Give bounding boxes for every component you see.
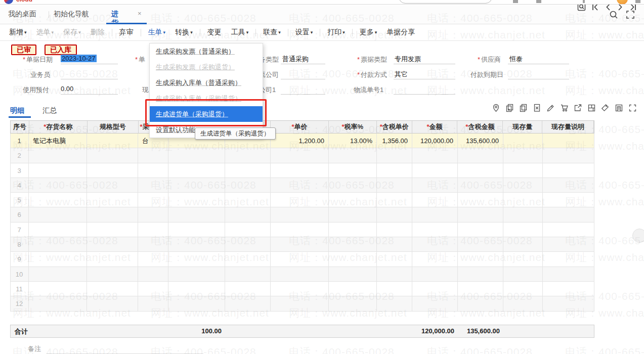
table-cell[interactable]: [29, 148, 87, 162]
table-cell[interactable]: [29, 178, 87, 192]
tag-icon[interactable]: [601, 104, 610, 114]
table-cell[interactable]: [377, 252, 412, 266]
export-icon[interactable]: [574, 104, 582, 114]
table-cell[interactable]: [458, 223, 503, 237]
menu-item-gen-instock-normal[interactable]: 生成采购入库单（普通采购）: [150, 75, 263, 91]
table-cell[interactable]: [87, 207, 138, 222]
table-cell[interactable]: [412, 193, 458, 207]
table-cell[interactable]: [412, 178, 458, 192]
table-cell[interactable]: [458, 267, 503, 281]
table-cell[interactable]: [412, 252, 458, 266]
table-cell[interactable]: 135,600.00: [458, 134, 503, 148]
table-cell[interactable]: [168, 267, 225, 281]
table-cell[interactable]: [138, 282, 168, 296]
table-cell[interactable]: [377, 178, 412, 192]
table-cell[interactable]: [329, 237, 377, 251]
header-icon[interactable]: [635, 0, 640, 3]
table-cell[interactable]: [503, 148, 543, 162]
table-cell[interactable]: [168, 223, 225, 237]
table-cell[interactable]: [29, 207, 87, 222]
tab-init-nav[interactable]: 初始化导航: [54, 10, 89, 19]
table-cell[interactable]: [412, 237, 458, 251]
table-cell[interactable]: [271, 282, 329, 296]
table-cell[interactable]: [29, 237, 87, 251]
toolbar-button-5[interactable]: 生单▾: [148, 28, 166, 37]
table-cell[interactable]: [458, 237, 503, 251]
table-cell[interactable]: [138, 223, 168, 237]
header-icon[interactable]: [583, 0, 585, 3]
table-cell[interactable]: [29, 163, 87, 178]
toolbar-button-8[interactable]: 工具▾: [231, 28, 249, 37]
tab-my-desktop[interactable]: 我的桌面: [8, 10, 36, 19]
table-cell[interactable]: [329, 193, 377, 207]
table-cell[interactable]: [543, 223, 594, 237]
table-cell[interactable]: 1,356.00: [377, 134, 412, 148]
table-cell[interactable]: 13.00%: [329, 134, 377, 148]
table-cell[interactable]: [168, 296, 225, 311]
table-cell[interactable]: [168, 193, 225, 207]
table-cell[interactable]: [412, 282, 458, 296]
table-cell[interactable]: [225, 296, 271, 311]
tab-detail[interactable]: 明细: [10, 106, 24, 115]
table-cell[interactable]: [271, 267, 329, 281]
table-cell[interactable]: [503, 207, 543, 222]
table-cell[interactable]: [225, 193, 271, 207]
table-cell[interactable]: [138, 207, 168, 222]
table-cell[interactable]: [29, 193, 87, 207]
table-cell[interactable]: [225, 223, 271, 237]
table-cell[interactable]: [87, 296, 138, 311]
invoice-type-field[interactable]: 专用发票: [395, 55, 421, 64]
table-cell[interactable]: [543, 178, 594, 192]
table-cell[interactable]: [377, 237, 412, 251]
table-cell[interactable]: [87, 148, 138, 162]
table-cell[interactable]: [225, 267, 271, 281]
table-cell[interactable]: [329, 296, 377, 311]
table-cell[interactable]: [225, 148, 271, 162]
toolbar-button-9[interactable]: 联查▾: [263, 28, 281, 37]
table-cell[interactable]: [138, 296, 168, 311]
table-cell[interactable]: [503, 178, 543, 192]
table-cell[interactable]: [138, 237, 168, 251]
table-cell[interactable]: [271, 163, 329, 178]
toolbar-button-13[interactable]: 单据分享: [387, 28, 415, 37]
bill-date-field[interactable]: 2023-10-27: [61, 55, 97, 62]
table-cell[interactable]: [543, 193, 594, 207]
table-cell[interactable]: [271, 296, 329, 311]
fullscreen-icon[interactable]: [628, 104, 637, 114]
table-cell[interactable]: [543, 134, 594, 148]
table-cell[interactable]: 笔记本电脑: [29, 134, 87, 148]
table-cell[interactable]: [458, 282, 503, 296]
table-cell[interactable]: [168, 178, 225, 192]
toolbar-button-10[interactable]: 设置▾: [295, 28, 313, 37]
copy-icon[interactable]: [519, 104, 528, 114]
table-cell[interactable]: [503, 163, 543, 178]
table-cell[interactable]: [377, 193, 412, 207]
table-cell[interactable]: [29, 296, 87, 311]
table-cell[interactable]: [503, 237, 543, 251]
table-cell[interactable]: [503, 252, 543, 266]
table-cell[interactable]: [377, 163, 412, 178]
toolbar-button-0[interactable]: 新增▾: [9, 28, 27, 37]
pay-method-field[interactable]: 其它: [395, 70, 408, 79]
table-cell[interactable]: [458, 252, 503, 266]
table-cell[interactable]: [543, 207, 594, 222]
table-cell[interactable]: [271, 223, 329, 237]
table-cell[interactable]: [458, 296, 503, 311]
edit-pen-icon[interactable]: [546, 104, 555, 114]
table-cell[interactable]: [271, 237, 329, 251]
table-cell[interactable]: [503, 267, 543, 281]
table-cell[interactable]: [458, 193, 503, 207]
table-cell[interactable]: [377, 207, 412, 222]
floating-helper-button[interactable]: [632, 229, 644, 243]
table-cell[interactable]: [329, 267, 377, 281]
table-cell[interactable]: 1,200.00: [271, 134, 329, 148]
table-cell[interactable]: [377, 223, 412, 237]
table-cell[interactable]: [458, 178, 503, 192]
table-cell[interactable]: [225, 237, 271, 251]
header-icon[interactable]: [536, 0, 541, 3]
table-cell[interactable]: [377, 296, 412, 311]
building-icon[interactable]: [615, 104, 623, 114]
prepay-used-field[interactable]: 0.00: [61, 85, 73, 93]
table-cell[interactable]: [503, 134, 543, 148]
table-cell[interactable]: [271, 193, 329, 207]
